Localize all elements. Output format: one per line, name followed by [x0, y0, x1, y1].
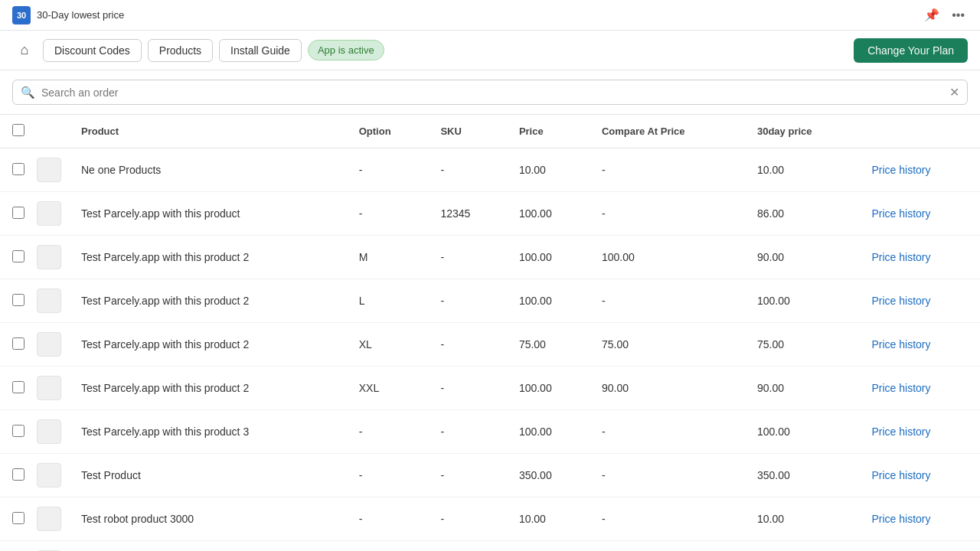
- change-plan-button[interactable]: Change Your Plan: [854, 38, 968, 63]
- table-row: Test Parcely.app with this product 2 XXL…: [0, 367, 980, 410]
- row-compare-at-price: -: [590, 279, 745, 323]
- price-history-link[interactable]: Price history: [872, 164, 931, 176]
- row-checkbox-6[interactable]: [12, 425, 24, 437]
- row-price: 100.00: [507, 279, 590, 323]
- row-checkbox-cell: [0, 148, 31, 192]
- product-thumbnail: [37, 376, 61, 400]
- row-30day-price: 10.00: [745, 148, 860, 192]
- row-30day-price: 90.00: [745, 367, 860, 410]
- row-history-cell: Price history: [860, 541, 981, 552]
- table-row: Test Parcely.app with this product 3 - -…: [0, 410, 980, 454]
- product-thumbnail: [37, 201, 61, 226]
- more-icon[interactable]: •••: [949, 5, 968, 25]
- pin-icon[interactable]: 📌: [921, 5, 942, 25]
- row-checkbox-cell: [0, 279, 31, 323]
- top-bar: 30 30-Day lowest price 📌 •••: [0, 0, 980, 31]
- row-option: M: [347, 236, 429, 279]
- nav-bar: ⌂ Discount Codes Products Install Guide …: [0, 31, 980, 70]
- row-checkbox-cell: [0, 323, 31, 367]
- product-thumbnail: [37, 332, 61, 357]
- row-30day-price: 90.00: [745, 236, 860, 279]
- row-thumb-cell: [31, 279, 69, 323]
- row-30day-price: 100.00: [745, 279, 860, 323]
- row-checkbox-2[interactable]: [12, 250, 24, 262]
- price-history-link[interactable]: Price history: [872, 425, 931, 438]
- row-price: 10.00: [507, 541, 590, 552]
- row-thumb-cell: [31, 497, 69, 541]
- price-history-link[interactable]: Price history: [872, 469, 931, 481]
- row-checkbox-cell: [0, 454, 31, 497]
- row-price: 100.00: [507, 367, 590, 410]
- price-history-link[interactable]: Price history: [872, 338, 931, 350]
- row-thumb-cell: [31, 541, 69, 552]
- row-history-cell: Price history: [860, 192, 981, 236]
- row-sku: -: [428, 410, 506, 454]
- row-checkbox-cell: [0, 541, 31, 552]
- row-compare-at-price: 75.00: [590, 323, 745, 367]
- price-history-link[interactable]: Price history: [872, 513, 931, 525]
- header-sku: SKU: [428, 115, 506, 148]
- row-checkbox-4[interactable]: [12, 337, 24, 350]
- row-product-name: Test Parcely.app with this product 3: [69, 410, 347, 454]
- row-price: 350.00: [507, 454, 590, 497]
- row-checkbox-8[interactable]: [12, 512, 24, 524]
- table-row: Test Parcely.app with this product 2 M -…: [0, 236, 980, 279]
- install-guide-button[interactable]: Install Guide: [219, 39, 302, 62]
- row-compare-at-price: 100.00: [590, 236, 745, 279]
- row-price: 100.00: [507, 192, 590, 236]
- price-history-link[interactable]: Price history: [872, 382, 931, 394]
- row-checkbox-1[interactable]: [12, 207, 24, 219]
- row-price: 75.00: [507, 323, 590, 367]
- table-row: Test Parcely.app with this product 2 XL …: [0, 323, 980, 367]
- search-clear-icon[interactable]: ✕: [949, 85, 959, 99]
- row-history-cell: Price history: [860, 323, 981, 367]
- row-checkbox-0[interactable]: [12, 163, 24, 175]
- product-thumbnail: [37, 419, 61, 444]
- row-checkbox-3[interactable]: [12, 294, 24, 306]
- row-30day-price: 350.00: [745, 454, 860, 497]
- row-sku: -: [428, 497, 506, 541]
- price-history-link[interactable]: Price history: [872, 251, 931, 263]
- row-checkbox-7[interactable]: [12, 468, 24, 481]
- row-history-cell: Price history: [860, 367, 981, 410]
- row-checkbox-cell: [0, 410, 31, 454]
- row-thumb-cell: [31, 454, 69, 497]
- row-option: -: [347, 541, 429, 552]
- row-sku: 12345: [428, 192, 506, 236]
- header-compare-at-price: Compare At Price: [590, 115, 745, 148]
- select-all-checkbox[interactable]: [12, 124, 24, 136]
- table-header-row: Product Option SKU Price Compare At Pric…: [0, 115, 980, 148]
- row-product-name: Ne one Products: [69, 148, 347, 192]
- row-sku: -: [428, 323, 506, 367]
- products-button[interactable]: Products: [148, 39, 213, 62]
- row-history-cell: Price history: [860, 279, 981, 323]
- row-product-name: Test robot product 30002: [69, 541, 347, 552]
- home-button[interactable]: ⌂: [12, 38, 37, 63]
- row-option: -: [347, 148, 429, 192]
- row-checkbox-5[interactable]: [12, 381, 24, 393]
- price-history-link[interactable]: Price history: [872, 207, 931, 220]
- row-option: -: [347, 497, 429, 541]
- header-actions: [860, 115, 981, 148]
- row-thumb-cell: [31, 192, 69, 236]
- table-row: Test robot product 3000 - - 10.00 - 10.0…: [0, 497, 980, 541]
- row-product-name: Test Parcely.app with this product 2: [69, 279, 347, 323]
- row-thumb-cell: [31, 236, 69, 279]
- row-checkbox-cell: [0, 367, 31, 410]
- search-container: 🔍 ✕: [0, 70, 980, 115]
- discount-codes-button[interactable]: Discount Codes: [43, 39, 142, 62]
- row-compare-at-price: -: [590, 454, 745, 497]
- price-history-link[interactable]: Price history: [872, 295, 931, 307]
- search-input[interactable]: [41, 86, 943, 99]
- header-30day-price: 30day price: [745, 115, 860, 148]
- row-thumb-cell: [31, 367, 69, 410]
- row-30day-price: 100.00: [745, 410, 860, 454]
- row-history-cell: Price history: [860, 236, 981, 279]
- header-checkbox-col: [0, 115, 31, 148]
- row-price: 100.00: [507, 236, 590, 279]
- row-30day-price: 86.00: [745, 192, 860, 236]
- row-sku: -: [428, 279, 506, 323]
- row-compare-at-price: -: [590, 192, 745, 236]
- app-logo: 30: [12, 6, 31, 24]
- product-thumbnail: [37, 289, 61, 313]
